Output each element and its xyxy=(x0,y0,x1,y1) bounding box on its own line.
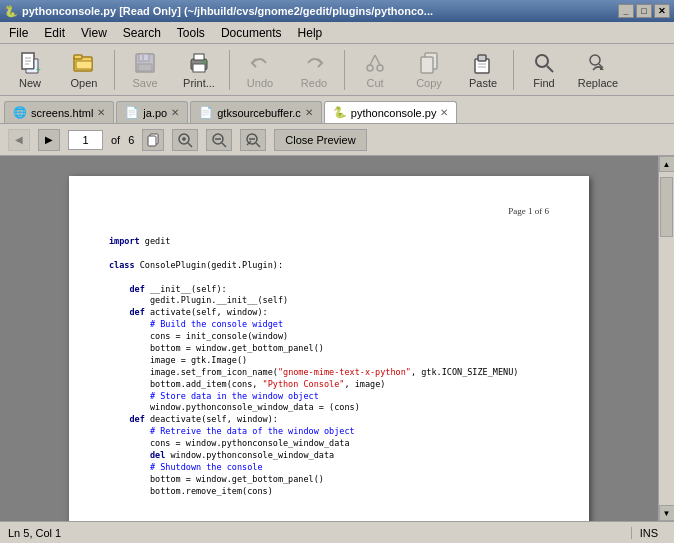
svg-rect-32 xyxy=(148,136,156,146)
code-line-3: class ConsolePlugin(gedit.Plugin): xyxy=(109,260,549,272)
code-line-13: bottom.add_item(cons, "Python Console", … xyxy=(109,379,549,391)
code-line-15: window.pythonconsole_window_data = (cons… xyxy=(109,402,549,414)
tab-gtksource-close[interactable]: ✕ xyxy=(305,107,313,118)
scrollbar[interactable]: ▲ ▼ xyxy=(658,156,674,521)
tab-ja-close[interactable]: ✕ xyxy=(171,107,179,118)
tab-pythonconsole-icon: 🐍 xyxy=(333,106,347,119)
status-bar: Ln 5, Col 1 INS xyxy=(0,521,674,543)
open-button[interactable]: Open xyxy=(58,47,110,93)
redo-button[interactable]: Redo xyxy=(288,47,340,93)
cut-button-label: Cut xyxy=(366,77,383,89)
code-line-16: def deactivate(self, window): xyxy=(109,414,549,426)
code-line-21: bottom = window.get_bottom_panel() xyxy=(109,474,549,486)
page-container[interactable]: Page 1 of 6 import gedit class ConsolePl… xyxy=(0,156,658,521)
svg-line-34 xyxy=(188,143,192,147)
zoom-out-button[interactable] xyxy=(240,129,266,151)
tab-pythonconsole-label: pythonconsole.py xyxy=(351,107,437,119)
menu-tools[interactable]: Tools xyxy=(170,23,212,43)
tab-screens-label: screens.html xyxy=(31,107,93,119)
copy-page-button[interactable] xyxy=(142,129,164,151)
save-button[interactable]: Save xyxy=(119,47,171,93)
redo-icon xyxy=(302,51,326,75)
menu-edit[interactable]: Edit xyxy=(37,23,72,43)
menu-file[interactable]: File xyxy=(2,23,35,43)
tab-ja[interactable]: 📄 ja.po ✕ xyxy=(116,101,188,123)
undo-icon xyxy=(248,51,272,75)
new-button[interactable]: + New xyxy=(4,47,56,93)
code-line-1: import gedit xyxy=(109,236,549,248)
code-line-6: gedit.Plugin.__init__(self) xyxy=(109,295,549,307)
svg-line-28 xyxy=(547,66,553,72)
scroll-thumb[interactable] xyxy=(660,177,673,237)
undo-button-label: Undo xyxy=(247,77,273,89)
cut-icon xyxy=(363,51,387,75)
code-line-14: # Store data in the window object xyxy=(109,391,549,403)
tab-screens[interactable]: 🌐 screens.html ✕ xyxy=(4,101,114,123)
replace-button[interactable]: Replace xyxy=(572,47,624,93)
code-line-22: bottom.remove_item(cons) xyxy=(109,486,549,498)
svg-rect-24 xyxy=(478,55,486,61)
open-icon xyxy=(72,51,96,75)
tab-pythonconsole-close[interactable]: ✕ xyxy=(440,107,448,118)
svg-rect-14 xyxy=(194,54,204,60)
preview-toolbar: ◀ ▶ 1 of 6 Close Preview xyxy=(0,124,674,156)
page-of-label: of xyxy=(111,134,120,146)
title-bar-text: pythonconsole.py [Read Only] (~/jhbuild/… xyxy=(22,5,614,17)
next-page-button[interactable]: ▶ xyxy=(38,129,60,151)
close-preview-button[interactable]: Close Preview xyxy=(274,129,366,151)
print-button[interactable]: Print... xyxy=(173,47,225,93)
toolbar-separator-4 xyxy=(513,50,514,90)
status-mode: INS xyxy=(631,527,666,539)
paste-icon xyxy=(471,51,495,75)
page-header: Page 1 of 6 xyxy=(109,206,549,216)
print-icon xyxy=(187,51,211,75)
scroll-track[interactable] xyxy=(659,172,674,505)
copy-button-label: Copy xyxy=(416,77,442,89)
svg-text:+: + xyxy=(36,65,41,74)
tab-screens-close[interactable]: ✕ xyxy=(97,107,105,118)
code-line-19: del window.pythonconsole_window_data xyxy=(109,450,549,462)
svg-rect-8 xyxy=(76,61,92,69)
tab-gtksource[interactable]: 📄 gtksourcebuffer.c ✕ xyxy=(190,101,322,123)
svg-line-19 xyxy=(370,55,375,65)
svg-point-16 xyxy=(203,60,206,63)
toolbar-separator-1 xyxy=(114,50,115,90)
cut-button[interactable]: Cut xyxy=(349,47,401,93)
close-window-button[interactable]: ✕ xyxy=(654,4,670,18)
tab-ja-label: ja.po xyxy=(143,107,167,119)
menu-search[interactable]: Search xyxy=(116,23,168,43)
open-button-label: Open xyxy=(71,77,98,89)
tab-pythonconsole[interactable]: 🐍 pythonconsole.py ✕ xyxy=(324,101,458,123)
find-button[interactable]: Find xyxy=(518,47,570,93)
menu-bar: File Edit View Search Tools Documents He… xyxy=(0,22,674,44)
minimize-button[interactable]: _ xyxy=(618,4,634,18)
scroll-down-button[interactable]: ▼ xyxy=(659,505,675,521)
title-bar: 🐍 pythonconsole.py [Read Only] (~/jhbuil… xyxy=(0,0,674,22)
find-icon xyxy=(532,51,556,75)
svg-rect-15 xyxy=(193,64,205,72)
svg-point-17 xyxy=(367,65,373,71)
page-number-input[interactable]: 1 xyxy=(68,130,103,150)
content-area: Page 1 of 6 import gedit class ConsolePl… xyxy=(0,156,674,521)
svg-point-29 xyxy=(590,55,600,65)
svg-line-41 xyxy=(256,143,260,147)
save-button-label: Save xyxy=(132,77,157,89)
code-line-20: # Shutdown the console xyxy=(109,462,549,474)
svg-line-20 xyxy=(375,55,380,65)
copy-button[interactable]: Copy xyxy=(403,47,455,93)
code-line-7: def activate(self, window): xyxy=(109,307,549,319)
paste-button[interactable]: Paste xyxy=(457,47,509,93)
svg-rect-11 xyxy=(138,64,152,71)
zoom-in-button[interactable] xyxy=(172,129,198,151)
prev-page-button[interactable]: ◀ xyxy=(8,129,30,151)
menu-help[interactable]: Help xyxy=(291,23,330,43)
svg-rect-12 xyxy=(142,55,144,60)
menu-documents[interactable]: Documents xyxy=(214,23,289,43)
menu-view[interactable]: View xyxy=(74,23,114,43)
new-button-label: New xyxy=(19,77,41,89)
maximize-button[interactable]: □ xyxy=(636,4,652,18)
svg-point-18 xyxy=(377,65,383,71)
undo-button[interactable]: Undo xyxy=(234,47,286,93)
scroll-up-button[interactable]: ▲ xyxy=(659,156,675,172)
zoom-fit-button[interactable] xyxy=(206,129,232,151)
